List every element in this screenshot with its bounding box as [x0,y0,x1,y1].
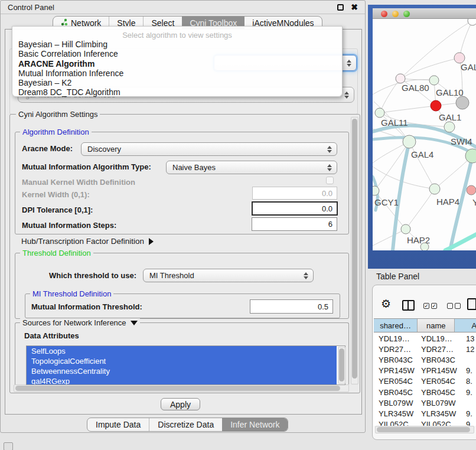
control-panel-titlebar: Control Panel ✖ [1,1,365,14]
network-edge[interactable] [445,234,476,250]
kernel-width-field[interactable]: 0.0 [252,187,337,200]
table-row[interactable]: YBL079WYBL079W [374,397,476,408]
table-header-row: shared… name A [374,318,476,332]
new-table-icon[interactable] [467,298,476,310]
close-window-icon[interactable] [381,11,387,17]
network-edge[interactable] [459,21,472,58]
network-edge[interactable] [380,106,436,113]
network-edge[interactable] [393,142,409,250]
deselect-all-checkbox-icon[interactable] [455,303,461,309]
attribute-list-item[interactable]: TopologicalCoefficient [27,356,337,366]
column-header-name[interactable]: name [418,319,455,332]
select-all-checkbox-icon[interactable]: ✓ [431,303,437,309]
combo-spinner-icon [327,146,331,153]
threshold-definition-title: Threshold Definition [20,249,93,257]
which-threshold-combo[interactable]: MI Threshold [143,269,314,282]
table-cell: YER054C [419,377,457,386]
sources-title-text: Sources for Network Inference [22,318,126,327]
network-node[interactable] [420,243,429,250]
column-header-shared-name[interactable]: shared… [374,319,418,332]
scrollbar-thumb[interactable] [352,119,357,379]
select-all-checkbox-icon[interactable]: ✓ [423,303,429,309]
tab-infer-network[interactable]: Infer Network [222,418,288,431]
float-panel-icon[interactable] [337,4,344,11]
attributes-list-scrollbar[interactable] [338,347,345,384]
network-node-label: GAL80 [402,83,429,93]
dropdown-item[interactable]: Dream8 DC_TDC Algorithm [18,87,336,97]
table-row[interactable]: YIL052CYIL052C9 [374,419,476,426]
dropdown-item[interactable]: Basic Correlation Inference [18,49,336,58]
scrollbar-thumb[interactable] [377,427,470,432]
dropdown-item[interactable]: ARACNE Algorithm [18,59,336,69]
network-node[interactable] [467,185,476,195]
network-window-titlebar[interactable] [373,8,476,19]
settings-vertical-scrollbar[interactable] [351,117,358,384]
network-node[interactable] [429,76,439,85]
network-node[interactable] [401,224,410,234]
network-node[interactable] [456,96,469,109]
table-horizontal-scrollbar[interactable] [375,426,474,433]
mi-algorithm-type-combo[interactable]: Naive Bayes [166,161,337,174]
table-cell: YBR043C [419,356,457,364]
mi-steps-label: Mutual Information Steps: [22,221,116,230]
dpi-tolerance-field[interactable]: 0.0 [252,201,338,216]
table-row[interactable]: YBR043CYBR043C [374,354,476,365]
network-edge[interactable] [406,189,435,229]
dropdown-item[interactable]: Bayesian – Hill Climbing [18,40,336,49]
network-node[interactable] [431,100,441,111]
network-node-label: GAL10 [436,87,464,97]
attribute-list-item[interactable]: BetweennessCentrality [27,366,337,376]
apply-button[interactable]: Apply [161,398,200,410]
manual-kernel-width-checkbox[interactable] [326,177,334,184]
network-edge[interactable] [374,191,406,229]
aracne-mode-value: Discovery [87,145,121,154]
mi-threshold-field[interactable]: 0.5 [250,299,333,314]
table-row[interactable]: YBR045CYBR045C9. [374,387,476,397]
network-node[interactable] [468,19,476,25]
table-cell: YDL19… [374,334,419,343]
close-panel-icon[interactable]: ✖ [351,2,358,12]
aracne-mode-combo[interactable]: Discovery [81,142,337,156]
tab-discretize-data[interactable]: Discretize Data [149,418,222,431]
network-edge[interactable] [400,58,459,79]
hub-definition-toggle[interactable]: Hub/Transcription Factor Definition [21,237,154,246]
zoom-window-icon[interactable] [403,11,410,17]
tab-impute-data[interactable]: Impute Data [87,418,149,431]
deselect-all-checkbox-icon[interactable] [447,303,453,309]
mi-steps-field[interactable]: 6 [252,217,337,231]
table-cell: YPR145W [374,366,419,375]
network-node[interactable] [444,122,455,132]
table-row[interactable]: YDL19…YDL19…13 [374,333,476,344]
dropdown-item[interactable]: Bayesian – K2 [18,78,336,87]
table-cell: 9. [457,388,472,397]
dropdown-item[interactable]: Mutual Information Inference [18,69,336,78]
settings-horizontal-scrollbar[interactable] [14,384,349,392]
column-header-clipped[interactable]: A [455,319,476,332]
collapse-down-icon[interactable] [131,321,138,325]
attribute-list-item[interactable]: gal4RGexp [27,376,337,385]
network-edge[interactable] [373,229,406,246]
network-node[interactable] [396,74,405,83]
network-edge[interactable] [409,142,435,189]
network-node-label: GAL11 [381,118,408,128]
network-canvas[interactable]: GALGAL80GAL10GAL11GAL1SWI4GAL4GCY1HAP4YH… [373,19,476,250]
attribute-list-item[interactable]: SelfLoops [27,346,337,356]
network-node[interactable] [375,108,384,118]
network-node[interactable] [403,135,416,148]
table-settings-gear-icon[interactable]: ⚙ [381,297,391,311]
scrollbar-thumb[interactable] [339,348,344,381]
minimize-window-icon[interactable] [392,11,399,17]
table-row[interactable]: YLR345WYLR345W9. [374,408,476,419]
table-row[interactable]: YDR27…YDR27…12 [374,344,476,354]
scrollbar-thumb[interactable] [15,386,340,391]
table-row[interactable]: YER054CYER054C8. [374,376,476,387]
network-node[interactable] [373,186,379,195]
table-cell: 9. [457,366,472,375]
show-columns-icon[interactable] [402,300,415,311]
network-node-label: HAP4 [436,197,459,207]
network-node[interactable] [429,184,440,194]
table-row[interactable]: YPR145WYPR145W9. [374,366,476,376]
dock-panel-icon[interactable] [4,442,13,450]
table-cell: YIL052C [419,420,457,426]
cyni-algorithm-settings-group: Cyni Algorithm Settings Algorithm Defini… [9,114,360,393]
